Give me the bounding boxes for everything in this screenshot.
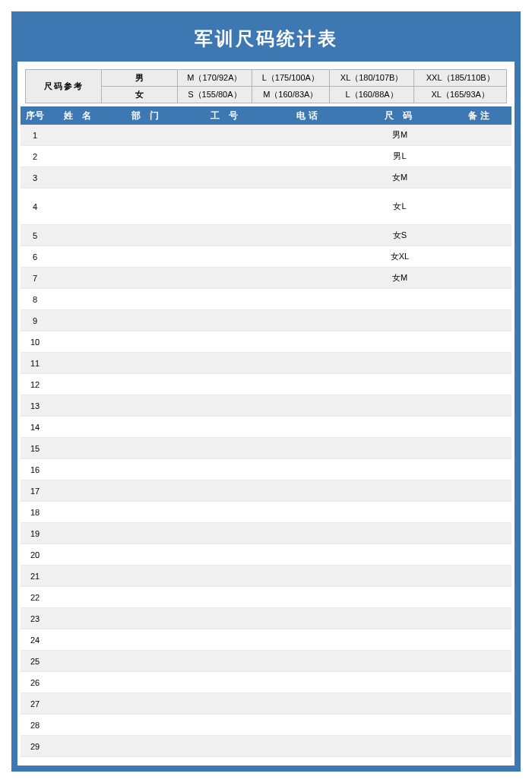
table-row: 15: [21, 438, 511, 459]
table-body: 1男M2男L3女M4女L5女S6女XL7女M891011121314151617…: [17, 125, 515, 757]
cell-seq: 12: [21, 380, 49, 389]
table-row: 16: [21, 459, 511, 480]
cell-size: 男L: [350, 151, 449, 162]
cell-seq: 25: [21, 657, 49, 666]
ref-size-cell: XL（165/93A）: [414, 87, 507, 103]
cell-seq: 23: [21, 614, 49, 623]
cell-seq: 17: [21, 487, 49, 496]
document-container: 军训尺码统计表 尺码参考 男 M（170/92A） L（175/100A） XL…: [11, 11, 521, 772]
ref-gender-male: 男: [102, 70, 178, 87]
cell-seq: 3: [21, 173, 49, 182]
table-row: 21: [21, 566, 511, 587]
cell-seq: 9: [21, 316, 49, 325]
ref-label: 尺码参考: [26, 70, 102, 103]
ref-size-cell: XXL（185/110B）: [414, 70, 507, 87]
table-row: 1男M: [21, 125, 511, 146]
cell-seq: 1: [21, 131, 49, 140]
cell-seq: 21: [21, 572, 49, 581]
table-row: 11: [21, 353, 511, 374]
table-row: 17: [21, 480, 511, 502]
header-size: 尺 码: [350, 109, 449, 122]
table-row: 26: [21, 672, 511, 693]
header-dept: 部 门: [109, 109, 185, 122]
ref-size-cell: M（170/92A）: [178, 70, 252, 87]
table-row: 8: [21, 289, 511, 310]
header-seq: 序号: [21, 109, 49, 122]
ref-size-cell: L（175/100A）: [252, 70, 329, 87]
ref-row-male: 尺码参考 男 M（170/92A） L（175/100A） XL（180/107…: [26, 70, 507, 87]
cell-seq: 19: [21, 529, 49, 538]
cell-seq: 28: [21, 721, 49, 730]
cell-seq: 22: [21, 593, 49, 602]
cell-seq: 26: [21, 678, 49, 687]
header-name: 姓 名: [49, 109, 109, 122]
header-id: 工 号: [185, 109, 267, 122]
table-row: 23: [21, 608, 511, 629]
ref-size-cell: XL（180/107B）: [329, 70, 414, 87]
table-row: 10: [21, 331, 511, 353]
ref-size-cell: M（160/83A）: [252, 87, 329, 103]
table-row: 18: [21, 502, 511, 523]
page-title: 军训尺码统计表: [17, 17, 515, 62]
cell-size: 男M: [350, 129, 449, 141]
table-row: 12: [21, 374, 511, 395]
table-row: 28: [21, 715, 511, 736]
cell-size: 女M: [350, 272, 449, 284]
cell-seq: 24: [21, 636, 49, 645]
cell-seq: 15: [21, 444, 49, 453]
cell-seq: 13: [21, 401, 49, 411]
cell-seq: 2: [21, 152, 49, 161]
table-row: 7女M: [21, 268, 511, 289]
cell-seq: 4: [21, 202, 49, 211]
ref-gender-female: 女: [102, 87, 178, 103]
ref-size-cell: L（160/88A）: [329, 87, 414, 103]
cell-seq: 14: [21, 423, 49, 432]
table-row: 22: [21, 587, 511, 608]
cell-seq: 16: [21, 465, 49, 474]
table-row: 9: [21, 310, 511, 331]
cell-seq: 11: [21, 359, 49, 368]
header-phone: 电话: [267, 109, 350, 122]
table-row: 19: [21, 523, 511, 544]
header-note: 备注: [449, 109, 511, 122]
ref-size-cell: S（155/80A）: [178, 87, 252, 103]
cell-seq: 27: [21, 699, 49, 709]
cell-seq: 7: [21, 274, 49, 283]
cell-size: 女L: [350, 201, 449, 212]
table-row: 20: [21, 544, 511, 566]
cell-seq: 20: [21, 550, 49, 560]
table-row: 24: [21, 629, 511, 651]
cell-seq: 29: [21, 742, 49, 751]
size-reference-table: 尺码参考 男 M（170/92A） L（175/100A） XL（180/107…: [25, 69, 507, 103]
table-row: 5女S: [21, 225, 511, 246]
table-row: 3女M: [21, 167, 511, 189]
cell-seq: 8: [21, 295, 49, 304]
cell-size: 女XL: [350, 251, 449, 262]
table-header-row: 序号 姓 名 部 门 工 号 电话 尺 码 备注: [21, 106, 511, 125]
cell-seq: 18: [21, 508, 49, 517]
table-row: 6女XL: [21, 246, 511, 268]
table-row: 14: [21, 417, 511, 438]
table-row: 4女L: [21, 189, 511, 225]
table-row: 25: [21, 651, 511, 672]
cell-seq: 6: [21, 252, 49, 262]
cell-size: 女S: [350, 230, 449, 241]
cell-seq: 5: [21, 231, 49, 240]
table-row: 13: [21, 395, 511, 417]
cell-seq: 10: [21, 338, 49, 347]
table-row: 27: [21, 693, 511, 715]
table-row: 29: [21, 736, 511, 757]
table-row: 2男L: [21, 146, 511, 167]
cell-size: 女M: [350, 172, 449, 183]
